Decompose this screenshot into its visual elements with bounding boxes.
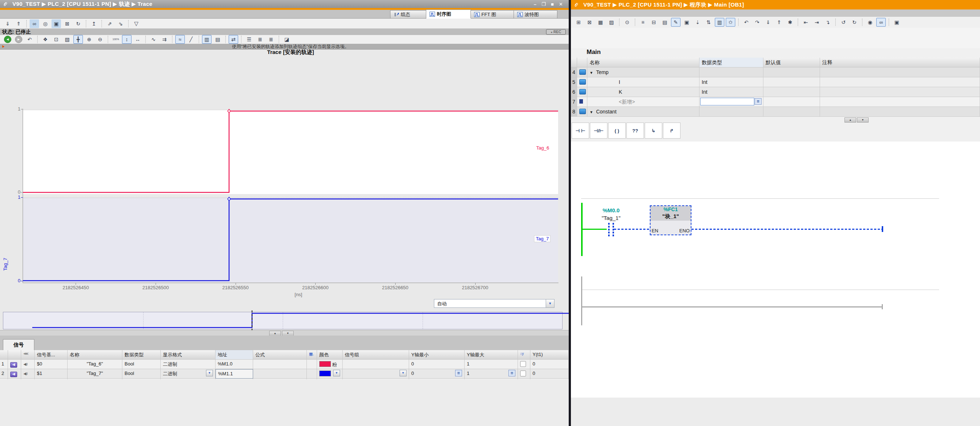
reset-start-values-icon[interactable]: ▨ [607,18,616,27]
row1-address[interactable]: %M1.0 [215,359,253,369]
retain-memory-lock-icon[interactable]: ▣ [892,18,902,27]
trace-titlebar[interactable]: V90_TEST ▶ PLC_2 [CPU 1511-1 PN] ▶ 轨迹 ▶ … [0,0,569,8]
legend-icon[interactable]: ☰ [244,35,254,44]
group-dropdown-icon[interactable]: ▼ [399,370,407,376]
if-header-name[interactable]: 名称 [587,58,700,68]
tab-signals[interactable]: 信号 [3,339,34,350]
zoom-select-icon[interactable]: ⊡ [51,35,61,44]
filter-icon[interactable]: ▽ [132,19,141,28]
expand-icon[interactable]: ▼ [590,71,593,75]
header-address[interactable]: 地址 [215,350,253,359]
scroll-down-button[interactable]: ▼ [282,331,294,336]
save-measurement-icon[interactable]: ↥ [89,19,99,28]
add-trace-to-configuration-icon[interactable]: ⇗ [105,19,115,28]
header-group[interactable]: 信号组 [343,350,409,359]
insert-multi-instance-icon[interactable]: ▣ [682,18,692,27]
row2-name[interactable]: "Tag_7" [68,369,123,378]
y-scale-checkbox[interactable] [520,361,526,367]
curve-style-icon[interactable]: ∿ [149,35,158,44]
ymax-list-icon[interactable]: ≣ [508,370,515,376]
single-chart-icon[interactable]: ▤ [213,35,223,44]
row1-format[interactable]: 二进制 [161,359,215,369]
tag6-series-label[interactable]: Tag_6 [536,145,549,150]
compile-icon[interactable]: ✱ [785,18,795,27]
ymin-list-icon[interactable]: ≣ [455,370,462,376]
stepped-curve-icon[interactable]: ╱ [186,35,196,44]
zoom-in-icon[interactable]: ⊕ [84,35,94,44]
close-button[interactable]: ✕ [559,2,563,7]
interface-scroll-down-button[interactable]: ▼ [857,117,869,122]
empty-rung-wire[interactable] [581,306,883,307]
formula-column-icon[interactable]: ▦. [307,350,317,359]
previous-view-icon[interactable]: ◄ [4,36,11,43]
if-header-datatype[interactable]: 数据类型 [700,58,764,68]
if-header-default[interactable]: 默认值 [764,58,820,68]
redo-icon[interactable]: ↷ [752,18,762,27]
row2-base[interactable]: $1 [35,369,68,378]
insert-network-icon[interactable]: ⊞ [574,18,583,27]
row1-ymin[interactable]: 0 [409,359,465,369]
row2-address[interactable]: %M1.1 [215,369,253,378]
row2-formula[interactable] [253,369,307,378]
rewire-icon[interactable]: ⇅ [704,18,713,27]
row2-ymax[interactable]: 1≣ [465,369,518,378]
interpolated-curve-icon[interactable]: ≈ [175,35,185,44]
row1-yscale[interactable] [518,359,530,369]
legend-left-icon[interactable]: ≣ [255,35,265,44]
interface-scroll-up-button[interactable]: ▲ [845,117,856,122]
row2-yscale[interactable] [518,369,530,378]
upload-from-device-icon[interactable]: ⇑ [774,18,784,27]
favorites-icon[interactable]: ✩ [726,18,735,27]
open-branch-icon[interactable]: ↳ [645,122,662,139]
row2-ymin[interactable]: 0≣ [409,369,465,378]
tag7-series-label[interactable]: Tag_7 [534,235,550,242]
overview-cursor[interactable] [252,310,252,331]
float-window-button[interactable]: ❐ [542,2,546,7]
empty-box-icon[interactable]: ?? [627,122,644,139]
maximize-button[interactable]: ■ [551,2,554,7]
delete-network-icon[interactable]: ⊠ [585,18,594,27]
refresh-icon[interactable]: ↻ [850,18,859,27]
header-base[interactable]: 信号基... [35,350,68,359]
activate-recording-icon[interactable]: ▣ [51,19,61,28]
datatype-list-icon[interactable]: ≣ [755,98,762,105]
update-block-calls-icon[interactable]: ⇣ [693,18,702,27]
header-formula[interactable]: 公式 [253,350,307,359]
format-dropdown-icon[interactable]: ▼ [206,370,213,376]
speaker-icon[interactable]: ◀≀ [21,369,35,378]
deactivate-recording-icon[interactable]: ⊠ [62,19,72,28]
header-ymax[interactable]: Y轴最大 [465,350,518,359]
toggle-comments-icon[interactable]: ✎ [671,18,681,27]
chart-background-icon[interactable]: ◪ [282,35,291,44]
undo-zoom-icon[interactable]: ↶ [25,35,34,44]
row1-name[interactable]: "Tag_6" [68,359,123,369]
x-axis-100-icon[interactable]: ↔ [133,35,142,44]
transfer-trace-configuration-icon[interactable]: ⇓ [3,19,13,28]
close-all-networks-icon[interactable]: ⊟ [649,18,659,27]
row1-ymax[interactable]: 1 [465,359,518,369]
legend-right-icon[interactable]: ≣ [266,35,276,44]
fc-block[interactable]: %FC1 "块_1" EN ENO [650,205,692,235]
row1-base[interactable]: $0 [35,359,68,369]
sync-online-icon[interactable]: ↺ [838,18,848,27]
contact-bar-left[interactable] [608,222,609,236]
color-dropdown-icon[interactable]: ▼ [333,370,340,376]
color-swatch[interactable] [319,371,331,376]
program-titlebar[interactable]: V90_TEST ▶ PLC_2 [CPU 1511-1 PN] ▶ 程序块 ▶… [571,0,980,10]
mute-column-icon[interactable]: ⋘ [21,350,35,359]
go-to-next-icon[interactable]: ⇥ [812,18,821,27]
tab-fft-diagram[interactable]: FFT 图 [471,10,514,18]
measure-cursor-icon[interactable]: ╋ [73,35,83,44]
jump-to-label-icon[interactable]: ↴ [823,18,832,27]
expand-all-networks-icon[interactable]: ≡ [638,18,648,27]
zoom-100-icon[interactable]: 100% [111,35,121,44]
y-axis-100-icon[interactable]: ↕ [122,35,132,44]
header-ymin[interactable]: Y轴最小 [409,350,465,359]
header-name[interactable]: 名称 [68,350,123,359]
pan-icon[interactable]: ❖ [41,35,50,44]
row1-formula[interactable] [253,359,307,369]
scroll-origin-icon[interactable]: ▲ [0,43,5,49]
time-sync-icon[interactable]: ⇉ [160,35,169,44]
header-format[interactable]: 显示格式 [161,350,215,359]
expand-icon[interactable]: ▼ [590,110,593,114]
